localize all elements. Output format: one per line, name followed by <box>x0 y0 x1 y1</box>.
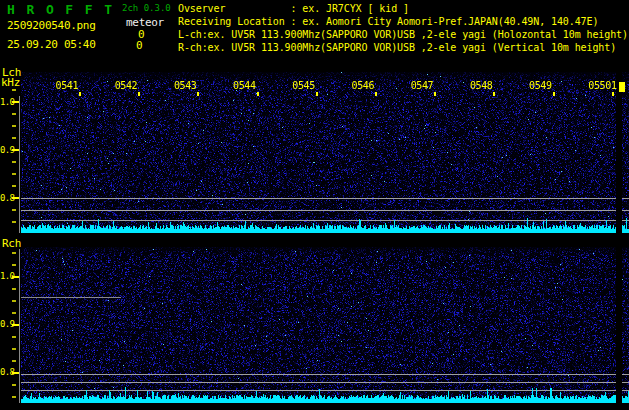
time-label: 0549 <box>527 81 552 91</box>
mode-label: meteor <box>126 17 164 28</box>
time-label: 0550 <box>586 81 611 91</box>
hrofft-window: H R O F F T 2ch 0.3.0 2509200540.png met… <box>0 0 629 410</box>
freq-minor-tick <box>12 161 16 163</box>
time-label: 0544 <box>231 81 256 91</box>
freq-minor-tick <box>12 89 16 91</box>
time-tick <box>375 92 377 96</box>
freq-major-tick <box>12 149 19 151</box>
observer-info-line: Receiving Location : ex. Aomori City Aom… <box>178 15 629 28</box>
time-tick <box>79 92 81 96</box>
rch-axis-line <box>19 249 20 403</box>
freq-minor-tick <box>12 185 16 187</box>
time-tick <box>553 92 555 96</box>
lch-axis-line <box>19 96 20 233</box>
time-label: 0542 <box>112 81 137 91</box>
observer-info-line: L-ch:ex. UV5R 113.900Mhz(SAPPORO VOR)USB… <box>178 28 629 41</box>
output-filename: 2509200540.png <box>7 20 96 31</box>
edge-clipped-glyph <box>619 82 625 92</box>
app-version: 2ch 0.3.0 <box>122 3 171 13</box>
edge-clipped-label: 1 <box>611 81 619 91</box>
lch-unit-label: kHz <box>1 77 20 88</box>
app-title: H R O F F T <box>7 2 114 17</box>
freq-minor-tick <box>12 396 16 398</box>
time-tick <box>316 92 318 96</box>
freq-major-tick <box>12 197 19 199</box>
freq-minor-tick <box>12 288 16 290</box>
time-tick <box>612 92 614 96</box>
freq-major-tick <box>12 324 19 326</box>
time-label: 0541 <box>53 81 78 91</box>
rch-spectrogram-canvas <box>21 247 629 403</box>
freq-minor-tick <box>12 264 16 266</box>
freq-minor-tick <box>12 348 16 350</box>
observer-info-line: R-ch:ex. UV5R 113.900Mhz(SAPPORO VOR)USB… <box>178 41 629 54</box>
freq-minor-tick <box>12 137 16 139</box>
time-label: 0547 <box>408 81 433 91</box>
rch-label: Rch <box>2 238 21 249</box>
observer-info-box: Ovserver : ex. JR7CYX [ kid ]Receiving L… <box>178 2 629 56</box>
freq-minor-tick <box>12 384 16 386</box>
freq-minor-tick <box>12 209 16 211</box>
time-tick <box>493 92 495 96</box>
time-label: 0546 <box>349 81 374 91</box>
time-tick <box>434 92 436 96</box>
freq-minor-tick <box>12 221 16 223</box>
freq-minor-tick <box>12 300 16 302</box>
freq-minor-tick <box>12 173 16 175</box>
freq-minor-tick <box>12 252 16 254</box>
time-label: 0543 <box>171 81 196 91</box>
observer-info-line: Ovserver : ex. JR7CYX [ kid ] <box>178 2 629 15</box>
freq-minor-tick <box>12 336 16 338</box>
freq-minor-tick <box>12 125 16 127</box>
time-tick <box>197 92 199 96</box>
time-label: 0548 <box>467 81 492 91</box>
freq-major-tick <box>12 276 19 278</box>
time-tick <box>138 92 140 96</box>
freq-minor-tick <box>12 113 16 115</box>
time-tick <box>257 92 259 96</box>
freq-major-tick <box>12 372 19 374</box>
lch-spectrogram-canvas <box>21 72 629 233</box>
time-label: 0545 <box>290 81 315 91</box>
datetime-label: 25.09.20 05:40 <box>7 39 96 50</box>
freq-major-tick <box>12 101 19 103</box>
echo-count-2: 0 <box>136 40 142 51</box>
freq-minor-tick <box>12 360 16 362</box>
freq-minor-tick <box>12 312 16 314</box>
